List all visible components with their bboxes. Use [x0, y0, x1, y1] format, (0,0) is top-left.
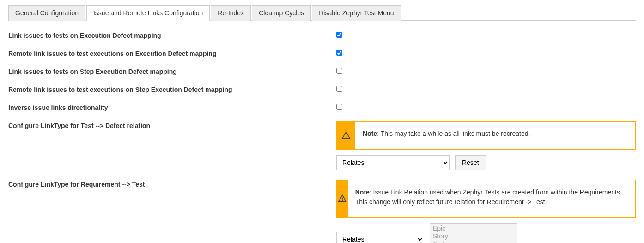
warning-icon: [337, 122, 355, 149]
tab-re-index[interactable]: Re-Index: [211, 5, 251, 21]
checkbox-remote-link-exec-defect[interactable]: [336, 50, 342, 56]
select-req-test-linktype[interactable]: Relates: [336, 232, 424, 243]
alert-req-test: Note: Issue Link Relation used when Zeph…: [336, 180, 636, 218]
label-inverse-links: Inverse issue links directionality: [8, 103, 332, 111]
label-link-exec-defect: Link issues to tests on Execution Defect…: [8, 31, 332, 39]
row-inverse-links: Inverse issue links directionality: [3, 98, 641, 116]
label-cfg-test-defect: Configure LinkType for Test --> Defect r…: [8, 121, 332, 129]
label-cfg-req-test: Configure LinkType for Requirement --> T…: [8, 180, 332, 188]
row-link-exec-defect: Link issues to tests on Execution Defect…: [3, 26, 641, 44]
tab-cleanup-cycles[interactable]: Cleanup Cycles: [252, 5, 311, 21]
row-remote-link-exec-defect: Remote link issues to test executions on…: [3, 44, 641, 62]
select-issue-types[interactable]: Epic Story Task Bug: [430, 223, 517, 243]
row-cfg-test-defect: Configure LinkType for Test --> Defect r…: [3, 116, 641, 175]
note-text-req-test: : Issue Link Relation used when Zephyr T…: [355, 188, 622, 206]
label-link-step-exec-defect: Link issues to tests on Step Execution D…: [8, 67, 332, 75]
note-label: Note: [355, 188, 370, 196]
alert-test-defect: Note: This may take a while as all links…: [336, 121, 636, 150]
alert-text-test-defect: Note: This may take a while as all links…: [355, 122, 537, 149]
tab-general-configuration[interactable]: General Configuration: [8, 5, 85, 21]
checkbox-remote-link-step-exec-defect[interactable]: [336, 86, 342, 92]
svg-point-1: [346, 137, 346, 138]
row-remote-link-step-exec-defect: Remote link issues to test executions on…: [3, 80, 641, 98]
checkbox-link-step-exec-defect[interactable]: [336, 68, 342, 74]
svg-point-3: [342, 200, 342, 201]
tabs-bar: General Configuration Issue and Remote L…: [8, 5, 636, 21]
alert-text-req-test: Note: Issue Link Relation used when Zeph…: [348, 180, 635, 217]
tab-disable-zephyr-test-menu[interactable]: Disable Zephyr Test Menu: [312, 5, 401, 21]
row-link-step-exec-defect: Link issues to tests on Step Execution D…: [3, 62, 641, 80]
checkbox-link-exec-defect[interactable]: [336, 32, 342, 38]
row-cfg-req-test: Configure LinkType for Requirement --> T…: [3, 175, 641, 243]
label-remote-link-step-exec-defect: Remote link issues to test executions on…: [8, 85, 332, 93]
checkbox-inverse-links[interactable]: [336, 104, 342, 110]
select-test-defect-linktype[interactable]: Relates: [336, 155, 450, 170]
warning-icon: [337, 180, 348, 217]
reset-button[interactable]: Reset: [455, 155, 486, 170]
note-text-test-defect: : This may take a while as all links mus…: [377, 130, 530, 137]
tab-issue-remote-links[interactable]: Issue and Remote Links Configuration: [86, 5, 210, 21]
note-label: Note: [363, 130, 377, 137]
label-remote-link-exec-defect: Remote link issues to test executions on…: [8, 49, 332, 57]
